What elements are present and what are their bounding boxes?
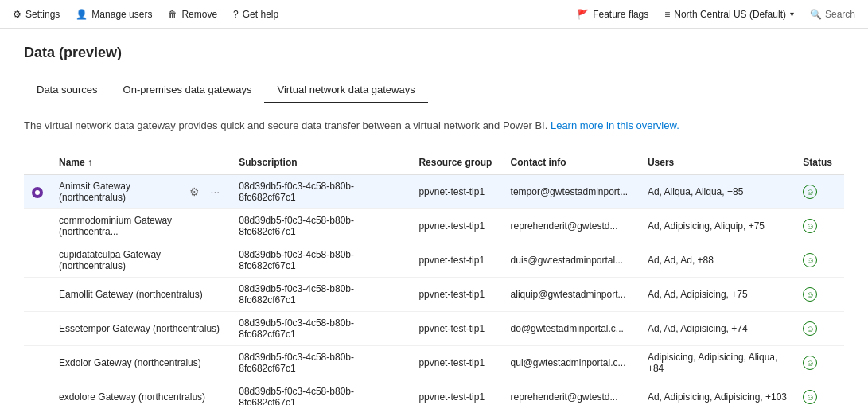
search-label: Search bbox=[825, 9, 855, 20]
row-status: ☺ bbox=[795, 278, 844, 312]
manage-users-button[interactable]: 👤 Manage users bbox=[76, 9, 152, 20]
status-ok-icon: ☺ bbox=[803, 321, 817, 336]
row-users: Ad, Ad, Adipisicing, +75 bbox=[640, 278, 795, 312]
feature-flags-button[interactable]: 🚩 Feature flags bbox=[577, 9, 648, 20]
row-name-cell: Exdolor Gateway (northcentralus) bbox=[51, 346, 231, 380]
row-contact-info: qui@gwtestadminportal.c... bbox=[503, 346, 640, 380]
status-ok-icon: ☺ bbox=[803, 253, 817, 267]
col-header-users: Users bbox=[640, 150, 795, 175]
row-users: Ad, Ad, Ad, +88 bbox=[640, 243, 795, 278]
manage-users-icon: 👤 bbox=[76, 9, 88, 20]
row-resource-group: ppvnet-test-tip1 bbox=[411, 243, 502, 278]
row-select-indicator[interactable] bbox=[24, 278, 51, 312]
row-select-indicator[interactable] bbox=[24, 380, 51, 406]
row-resource-group: ppvnet-test-tip1 bbox=[411, 209, 502, 243]
top-bar: ⚙ Settings 👤 Manage users 🗑 Remove ? Get… bbox=[0, 0, 868, 29]
gateway-name: commodominium Gateway (northcentra... bbox=[59, 215, 172, 237]
table-row[interactable]: commodominium Gateway (northcentra...08d… bbox=[24, 209, 844, 243]
row-status: ☺ bbox=[795, 175, 844, 209]
table-row[interactable]: Eamollit Gateway (northcentralus)08d39db… bbox=[24, 278, 844, 312]
col-header-name[interactable]: Name ↑ bbox=[51, 150, 231, 175]
col-header-contact-info: Contact info bbox=[503, 150, 640, 175]
col-header-check bbox=[24, 150, 51, 175]
row-select-indicator[interactable] bbox=[24, 346, 51, 380]
row-select-indicator[interactable] bbox=[24, 175, 51, 209]
help-icon: ? bbox=[233, 9, 239, 20]
search-button[interactable]: 🔍 Search bbox=[810, 9, 855, 20]
table-header-row: Name ↑ Subscription Resource group Conta… bbox=[24, 150, 844, 175]
row-settings-button[interactable]: ⚙ bbox=[186, 184, 203, 200]
chevron-down-icon: ▾ bbox=[790, 10, 794, 18]
remove-label: Remove bbox=[181, 9, 217, 20]
col-header-subscription: Subscription bbox=[231, 150, 411, 175]
row-contact-info: reprehenderit@gwtestd... bbox=[503, 209, 640, 243]
row-name-cell: Animsit Gateway (northcentralus)⚙··· bbox=[51, 175, 231, 209]
row-subscription: 08d39db5-f0c3-4c58-b80b-8fc682cf67c1 bbox=[231, 175, 411, 209]
row-subscription: 08d39db5-f0c3-4c58-b80b-8fc682cf67c1 bbox=[231, 243, 411, 278]
row-select-indicator[interactable] bbox=[24, 243, 51, 278]
row-contact-info: duis@gwtestadminportal... bbox=[503, 243, 640, 278]
learn-more-link[interactable]: Learn more in this overview. bbox=[551, 119, 679, 131]
row-subscription: 08d39db5-f0c3-4c58-b80b-8fc682cf67c1 bbox=[231, 209, 411, 243]
row-name-cell: Eamollit Gateway (northcentralus) bbox=[51, 278, 231, 312]
row-contact-info: aliquip@gwtestadminport... bbox=[503, 278, 640, 312]
get-help-button[interactable]: ? Get help bbox=[233, 9, 278, 20]
tab-on-premises[interactable]: On-premises data gateways bbox=[111, 77, 265, 103]
region-label: North Central US (Default) bbox=[674, 9, 786, 20]
manage-users-label: Manage users bbox=[91, 9, 152, 20]
row-users: Adipisicing, Adipisicing, Aliqua, +84 bbox=[640, 346, 795, 380]
flag-icon: 🚩 bbox=[577, 9, 589, 20]
row-select-indicator[interactable] bbox=[24, 312, 51, 346]
status-ok-icon: ☺ bbox=[803, 356, 817, 370]
gateway-name: Animsit Gateway (northcentralus) bbox=[59, 181, 181, 203]
row-resource-group: ppvnet-test-tip1 bbox=[411, 278, 502, 312]
row-contact-info: do@gwtestadminportal.c... bbox=[503, 312, 640, 346]
tab-vnet[interactable]: Virtual network data gateways bbox=[264, 77, 427, 103]
row-subscription: 08d39db5-f0c3-4c58-b80b-8fc682cf67c1 bbox=[231, 346, 411, 380]
status-ok-icon: ☺ bbox=[803, 287, 817, 302]
row-more-button[interactable]: ··· bbox=[208, 184, 224, 200]
row-name-cell: cupidatatculpa Gateway (northcentralus) bbox=[51, 243, 231, 278]
selected-radio-icon bbox=[32, 187, 43, 198]
table-row[interactable]: cupidatatculpa Gateway (northcentralus)0… bbox=[24, 243, 844, 278]
remove-button[interactable]: 🗑 Remove bbox=[168, 9, 217, 20]
region-selector[interactable]: ≡ North Central US (Default) ▾ bbox=[664, 9, 794, 20]
table-row[interactable]: Exdolor Gateway (northcentralus)08d39db5… bbox=[24, 346, 844, 380]
gateway-name: cupidatatculpa Gateway (northcentralus) bbox=[59, 249, 161, 271]
row-users: Ad, Aliqua, Aliqua, +85 bbox=[640, 175, 795, 209]
settings-label: Settings bbox=[25, 9, 60, 20]
row-subscription: 08d39db5-f0c3-4c58-b80b-8fc682cf67c1 bbox=[231, 312, 411, 346]
row-resource-group: ppvnet-test-tip1 bbox=[411, 380, 502, 406]
row-users: Ad, Adipisicing, Aliquip, +75 bbox=[640, 209, 795, 243]
row-resource-group: ppvnet-test-tip1 bbox=[411, 346, 502, 380]
page-content: Data (preview) Data sources On-premises … bbox=[0, 29, 868, 405]
row-users: Ad, Ad, Adipisicing, +74 bbox=[640, 312, 795, 346]
table-row[interactable]: Animsit Gateway (northcentralus)⚙···08d3… bbox=[24, 175, 844, 209]
row-status: ☺ bbox=[795, 346, 844, 380]
gateway-table: Name ↑ Subscription Resource group Conta… bbox=[24, 150, 844, 405]
row-name-cell: commodominium Gateway (northcentra... bbox=[51, 209, 231, 243]
settings-icon: ⚙ bbox=[13, 9, 21, 20]
col-header-resource-group: Resource group bbox=[411, 150, 502, 175]
table-row[interactable]: exdolore Gateway (northcentralus)08d39db… bbox=[24, 380, 844, 406]
row-contact-info: tempor@gwtestadminport... bbox=[503, 175, 640, 209]
region-icon: ≡ bbox=[664, 9, 670, 20]
row-select-indicator[interactable] bbox=[24, 209, 51, 243]
col-header-status: Status bbox=[795, 150, 844, 175]
remove-icon: 🗑 bbox=[168, 9, 177, 20]
status-ok-icon: ☺ bbox=[803, 219, 817, 233]
row-subscription: 08d39db5-f0c3-4c58-b80b-8fc682cf67c1 bbox=[231, 278, 411, 312]
settings-button[interactable]: ⚙ Settings bbox=[13, 9, 60, 20]
row-name-cell: Essetempor Gateway (northcentralus) bbox=[51, 312, 231, 346]
tab-bar: Data sources On-premises data gateways V… bbox=[24, 77, 844, 103]
top-bar-right: 🚩 Feature flags ≡ North Central US (Defa… bbox=[577, 9, 855, 20]
tab-data-sources[interactable]: Data sources bbox=[24, 77, 111, 103]
feature-flags-label: Feature flags bbox=[593, 9, 648, 20]
page-title: Data (preview) bbox=[24, 45, 844, 61]
table-row[interactable]: Essetempor Gateway (northcentralus)08d39… bbox=[24, 312, 844, 346]
gateway-name: exdolore Gateway (northcentralus) bbox=[59, 391, 205, 403]
get-help-label: Get help bbox=[243, 9, 278, 20]
row-subscription: 08d39db5-f0c3-4c58-b80b-8fc682cf67c1 bbox=[231, 380, 411, 406]
row-name-cell: exdolore Gateway (northcentralus) bbox=[51, 380, 231, 406]
gateway-name: Exdolor Gateway (northcentralus) bbox=[59, 357, 201, 368]
